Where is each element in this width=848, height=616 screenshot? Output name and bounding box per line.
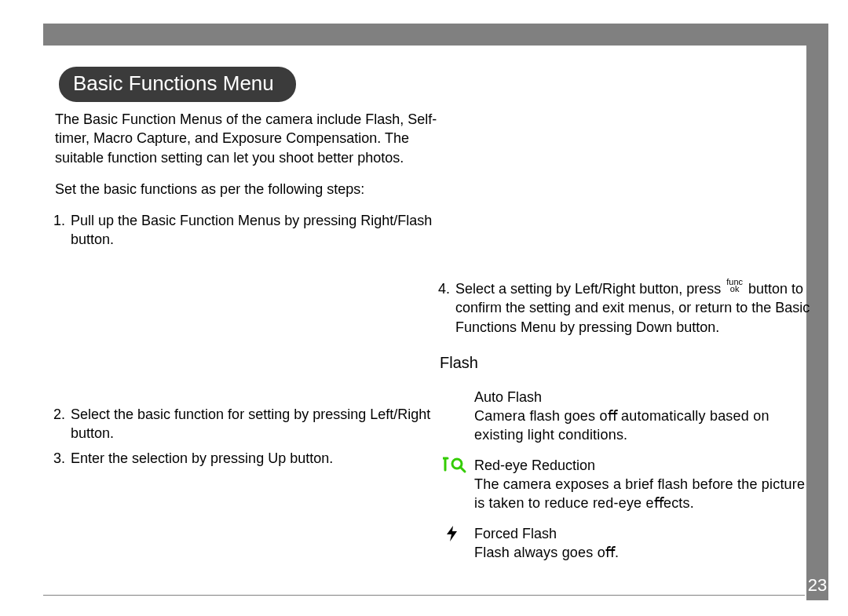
forced-flash-icon xyxy=(443,524,468,543)
steps-list-left-cont: Select the basic function for setting by… xyxy=(69,405,455,468)
header-bar xyxy=(43,24,828,46)
red-eye-icon xyxy=(443,456,468,475)
flash-forced-name: Forced Flash xyxy=(474,524,817,543)
intro-block: The Basic Function Menus of the camera i… xyxy=(55,110,455,199)
svg-line-1 xyxy=(460,467,465,472)
steps-list-left: Pull up the Basic Function Menus by pres… xyxy=(69,211,455,250)
body: The Basic Function Menus of the camera i… xyxy=(55,110,793,585)
intro-para-1: The Basic Function Menus of the camera i… xyxy=(55,110,455,167)
func-ok-button-label: funcok xyxy=(726,279,743,293)
func-label-bot: ok xyxy=(726,286,743,293)
step-1: Pull up the Basic Function Menus by pres… xyxy=(69,211,455,250)
page-number: 23 xyxy=(806,575,828,600)
flash-redeye-name: Red-eye Reduction xyxy=(474,456,817,475)
step-3: Enter the selection by pressing Up butto… xyxy=(69,449,455,468)
step-2: Select the basic function for setting by… xyxy=(69,405,455,443)
flash-auto-desc: Camera ﬂash goes oﬀ automatically based … xyxy=(474,406,817,445)
footer-rule xyxy=(43,595,805,596)
section-title: Basic Functions Menu xyxy=(59,67,296,102)
flash-subtitle: Flash xyxy=(440,352,817,374)
flash-item-forced: Forced Flash Flash always goes oﬀ. xyxy=(443,524,817,563)
flash-list: Auto Flash Camera ﬂash goes oﬀ automatic… xyxy=(443,388,817,562)
intro-para-2: Set the basic functions as per the follo… xyxy=(55,180,455,199)
manual-page: 23 Basic Functions Menu The Basic Functi… xyxy=(0,0,848,616)
flash-auto-name: Auto Flash xyxy=(474,388,817,406)
auto-flash-icon xyxy=(443,388,468,406)
flash-item-auto: Auto Flash Camera ﬂash goes oﬀ automatic… xyxy=(443,388,817,445)
flash-item-redeye: Red-eye Reduction The camera exposes a b… xyxy=(443,456,817,513)
left-column: The Basic Function Menus of the camera i… xyxy=(55,110,455,475)
right-column: Select a setting by Left/Right button, p… xyxy=(440,279,817,573)
flash-forced-desc: Flash always goes oﬀ. xyxy=(474,543,817,562)
steps-list-right: Select a setting by Left/Right button, p… xyxy=(454,279,817,337)
flash-redeye-desc: The camera exposes a brief ﬂash before t… xyxy=(474,475,817,513)
step-4: Select a setting by Left/Right button, p… xyxy=(454,279,817,337)
step-4-text-a: Select a setting by Left/Right button, p… xyxy=(455,281,725,297)
